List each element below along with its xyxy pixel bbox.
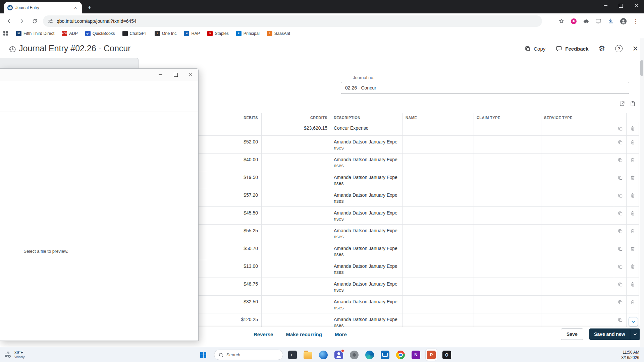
taskbar-app-edge[interactable] — [317, 349, 329, 361]
delete-row-button[interactable] — [627, 278, 639, 295]
description-cell[interactable]: Amanda Datson January Expenses — [331, 171, 403, 189]
delete-row-button[interactable] — [627, 260, 639, 278]
help-icon[interactable]: ? — [615, 45, 623, 52]
description-cell[interactable]: Amanda Datson January Expenses — [331, 242, 403, 260]
bookmark-item[interactable]: S SaasAnt — [267, 31, 290, 36]
taskbar-app-onenote[interactable]: N — [410, 349, 422, 361]
forward-button[interactable] — [16, 15, 28, 27]
credits-cell[interactable] — [262, 189, 331, 206]
delete-row-button[interactable] — [627, 136, 639, 153]
description-cell[interactable]: Amanda Datson January Expenses — [331, 260, 403, 278]
claim-type-cell[interactable] — [474, 296, 541, 313]
name-cell[interactable] — [403, 207, 474, 224]
service-type-cell[interactable] — [541, 260, 614, 278]
name-cell[interactable] — [403, 225, 474, 242]
profile-avatar[interactable] — [620, 17, 627, 25]
scroll-down-button[interactable] — [629, 317, 638, 326]
clipboard-icon[interactable] — [630, 101, 636, 107]
taskbar-app-teams[interactable] — [333, 349, 345, 361]
taskbar-app-file-explorer[interactable] — [302, 349, 314, 361]
description-cell[interactable]: Amanda Datson January Expenses — [331, 296, 403, 313]
claim-type-cell[interactable] — [474, 189, 541, 206]
service-type-cell[interactable] — [541, 313, 614, 327]
taskbar-search[interactable]: Search — [214, 350, 283, 360]
scrollbar-thumb[interactable] — [640, 60, 643, 76]
copy-row-button[interactable] — [614, 189, 627, 206]
credits-cell[interactable] — [262, 136, 331, 153]
gear-icon[interactable]: ⚙ — [598, 45, 605, 52]
reverse-button[interactable]: Reverse — [254, 331, 273, 337]
delete-row-button[interactable] — [627, 189, 639, 206]
delete-row-button[interactable] — [627, 225, 639, 242]
name-cell[interactable] — [403, 136, 474, 153]
description-cell[interactable]: Amanda Datson January Expenses — [331, 136, 403, 153]
description-cell[interactable]: Amanda Datson January Expenses — [331, 189, 403, 206]
claim-type-cell[interactable] — [474, 225, 541, 242]
devices-icon[interactable] — [595, 17, 602, 25]
bookmark-item[interactable]: ADP ADP — [62, 31, 78, 36]
credits-cell[interactable] — [262, 207, 331, 224]
name-cell[interactable] — [403, 260, 474, 278]
claim-type-cell[interactable] — [474, 260, 541, 278]
extension-pink-icon[interactable] — [570, 17, 577, 25]
bookmark-star-icon[interactable] — [557, 17, 565, 25]
service-type-cell[interactable] — [541, 189, 614, 206]
name-cell[interactable] — [403, 171, 474, 189]
name-cell[interactable] — [403, 154, 474, 171]
bookmark-item[interactable]: S Staples — [207, 31, 229, 36]
export-icon[interactable] — [619, 101, 625, 107]
copy-row-button[interactable] — [614, 313, 627, 327]
copy-row-button[interactable] — [614, 242, 627, 260]
credits-cell[interactable] — [262, 242, 331, 260]
save-and-new-button[interactable]: Save and new — [589, 328, 640, 340]
minimize-icon[interactable] — [598, 0, 613, 11]
claim-type-cell[interactable] — [474, 122, 541, 135]
taskbar-app-recorder[interactable] — [348, 349, 360, 361]
name-cell[interactable] — [403, 296, 474, 313]
bookmark-item[interactable]: H HAP — [184, 31, 200, 36]
taskbar-app-powerpoint[interactable]: P — [425, 349, 437, 361]
credits-cell[interactable] — [262, 278, 331, 295]
taskbar-clock[interactable]: 11:50 AM 3/16/2026 — [622, 350, 639, 360]
credits-cell[interactable] — [262, 296, 331, 313]
name-cell[interactable] — [403, 313, 474, 327]
copy-row-button[interactable] — [614, 225, 627, 242]
weather-widget[interactable]: 39°F Windy — [4, 347, 25, 362]
page-scrollbar[interactable] — [640, 38, 644, 347]
service-type-cell[interactable] — [541, 296, 614, 313]
copy-row-button[interactable] — [614, 154, 627, 171]
browser-tab[interactable]: qb Journal Entry × — [4, 2, 82, 13]
description-cell[interactable]: Concur Expense — [331, 122, 403, 135]
credits-cell[interactable] — [262, 313, 331, 327]
claim-type-cell[interactable] — [474, 171, 541, 189]
copy-row-button[interactable] — [614, 122, 627, 135]
delete-row-button[interactable] — [627, 296, 639, 313]
name-cell[interactable] — [403, 242, 474, 260]
close-icon[interactable] — [629, 0, 644, 11]
service-type-cell[interactable] — [541, 171, 614, 189]
copy-row-button[interactable] — [614, 171, 627, 189]
back-button[interactable] — [3, 15, 15, 27]
taskbar-app-browser[interactable] — [364, 349, 376, 361]
claim-type-cell[interactable] — [474, 136, 541, 153]
credits-cell[interactable] — [262, 171, 331, 189]
taskbar-app-outlook[interactable] — [379, 349, 391, 361]
start-button[interactable] — [197, 350, 209, 360]
copy-row-button[interactable] — [614, 136, 627, 153]
bookmark-item[interactable]: ChatGPT — [122, 31, 147, 36]
credits-cell[interactable] — [262, 260, 331, 278]
claim-type-cell[interactable] — [474, 242, 541, 260]
delete-row-button[interactable] — [627, 242, 639, 260]
page-close-icon[interactable]: × — [633, 44, 638, 53]
bookmark-item[interactable]: qb QuickBooks — [85, 31, 115, 36]
service-type-cell[interactable] — [541, 242, 614, 260]
maximize-icon[interactable] — [168, 69, 183, 81]
service-type-cell[interactable] — [541, 122, 614, 135]
description-cell[interactable]: Amanda Datson January Expenses — [331, 225, 403, 242]
claim-type-cell[interactable] — [474, 207, 541, 224]
name-cell[interactable] — [403, 122, 474, 135]
copy-row-button[interactable] — [614, 260, 627, 278]
save-options-chevron[interactable] — [630, 328, 640, 340]
recent-transactions-icon[interactable] — [8, 45, 17, 54]
copy-row-button[interactable] — [614, 296, 627, 313]
